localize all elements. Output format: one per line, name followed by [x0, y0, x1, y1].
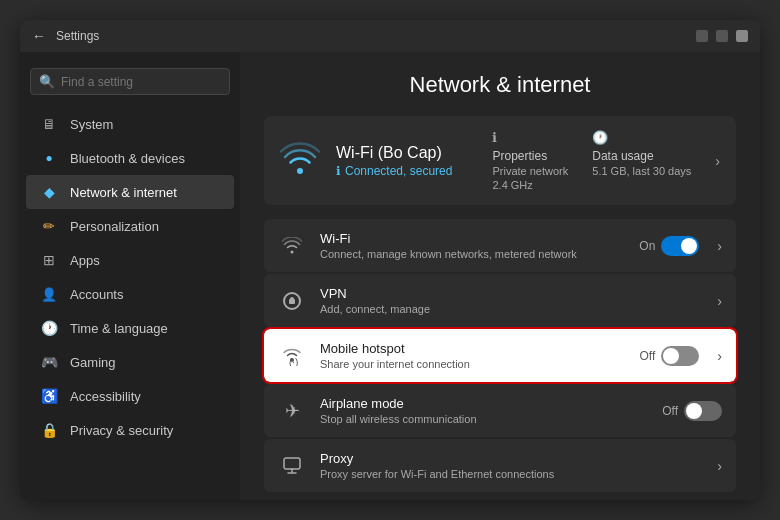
- main-area: 🔍 🖥 System ● Bluetooth & devices ◆ Netwo…: [20, 52, 760, 500]
- hero-meta: ℹ Properties Private network 2.4 GHz 🕐 D…: [492, 130, 720, 191]
- bluetooth-icon: ●: [40, 149, 58, 167]
- titlebar: ← Settings: [20, 20, 760, 52]
- meta-properties[interactable]: ℹ Properties Private network 2.4 GHz: [492, 130, 568, 191]
- back-button[interactable]: ←: [32, 28, 46, 44]
- search-icon: 🔍: [39, 74, 55, 89]
- airplane-title: Airplane mode: [320, 396, 648, 411]
- meta-data-usage[interactable]: 🕐 Data usage 5.1 GB, last 30 days: [592, 130, 691, 191]
- minimize-button[interactable]: [696, 30, 708, 42]
- svg-rect-3: [284, 458, 300, 469]
- sidebar-item-gaming[interactable]: 🎮 Gaming: [26, 345, 234, 379]
- status-info-icon: ℹ: [336, 164, 341, 178]
- sidebar-label-system: System: [70, 117, 113, 132]
- hotspot-toggle-label: Off: [640, 349, 656, 363]
- window-title: Settings: [56, 29, 99, 43]
- sidebar: 🔍 🖥 System ● Bluetooth & devices ◆ Netwo…: [20, 52, 240, 500]
- accessibility-icon: ♿: [40, 387, 58, 405]
- sidebar-item-bluetooth[interactable]: ● Bluetooth & devices: [26, 141, 234, 175]
- proxy-desc: Proxy server for Wi-Fi and Ethernet conn…: [320, 468, 699, 480]
- page-title: Network & internet: [264, 72, 736, 98]
- setting-row-vpn[interactable]: VPN Add, connect, manage ›: [264, 274, 736, 327]
- data-usage-value: 5.1 GB, last 30 days: [592, 165, 691, 177]
- hotspot-title: Mobile hotspot: [320, 341, 626, 356]
- wifi-text: Wi-Fi Connect, manage known networks, me…: [320, 231, 625, 260]
- airplane-text: Airplane mode Stop all wireless communic…: [320, 396, 648, 425]
- hotspot-text: Mobile hotspot Share your internet conne…: [320, 341, 626, 370]
- sidebar-item-accounts[interactable]: 👤 Accounts: [26, 277, 234, 311]
- vpn-text: VPN Add, connect, manage: [320, 286, 699, 315]
- airplane-desc: Stop all wireless communication: [320, 413, 648, 425]
- privacy-icon: 🔒: [40, 421, 58, 439]
- data-usage-icon: 🕐: [592, 130, 608, 145]
- sidebar-label-privacy: Privacy & security: [70, 423, 173, 438]
- svg-text:(·): (·): [289, 357, 298, 366]
- content-area: Network & internet Wi-Fi (Bo Cap) ℹ Con: [240, 52, 760, 500]
- maximize-button[interactable]: [716, 30, 728, 42]
- sidebar-label-apps: Apps: [70, 253, 100, 268]
- sidebar-item-time[interactable]: 🕐 Time & language: [26, 311, 234, 345]
- accounts-icon: 👤: [40, 285, 58, 303]
- hotspot-toggle-area[interactable]: Off: [640, 346, 700, 366]
- setting-row-hotspot[interactable]: (·) Mobile hotspot Share your internet c…: [264, 329, 736, 382]
- hotspot-toggle-thumb: [663, 348, 679, 364]
- sidebar-item-apps[interactable]: ⊞ Apps: [26, 243, 234, 277]
- proxy-icon: [278, 452, 306, 480]
- window-controls: [696, 30, 748, 42]
- hero-network-name: Wi-Fi (Bo Cap): [336, 144, 476, 162]
- sidebar-item-personalization[interactable]: ✏ Personalization: [26, 209, 234, 243]
- wifi-desc: Connect, manage known networks, metered …: [320, 248, 625, 260]
- settings-list: Wi-Fi Connect, manage known networks, me…: [264, 219, 736, 492]
- airplane-toggle-thumb: [686, 403, 702, 419]
- system-icon: 🖥: [40, 115, 58, 133]
- properties-value2: 2.4 GHz: [492, 179, 532, 191]
- vpn-chevron: ›: [717, 293, 722, 309]
- setting-row-wifi[interactable]: Wi-Fi Connect, manage known networks, me…: [264, 219, 736, 272]
- wifi-toggle[interactable]: [661, 236, 699, 256]
- time-icon: 🕐: [40, 319, 58, 337]
- settings-window: ← Settings 🔍 🖥 System ● Bluetooth & devi…: [20, 20, 760, 500]
- wifi-toggle-thumb: [681, 238, 697, 254]
- wifi-icon: [278, 232, 306, 260]
- sidebar-label-time: Time & language: [70, 321, 168, 336]
- sidebar-item-accessibility[interactable]: ♿ Accessibility: [26, 379, 234, 413]
- proxy-text: Proxy Proxy server for Wi-Fi and Etherne…: [320, 451, 699, 480]
- properties-label: Properties: [492, 149, 547, 163]
- wifi-toggle-area[interactable]: On: [639, 236, 699, 256]
- hotspot-icon: (·): [278, 342, 306, 370]
- wifi-chevron: ›: [717, 238, 722, 254]
- vpn-icon: [278, 287, 306, 315]
- vpn-desc: Add, connect, manage: [320, 303, 699, 315]
- wifi-title: Wi-Fi: [320, 231, 625, 246]
- setting-row-proxy[interactable]: Proxy Proxy server for Wi-Fi and Etherne…: [264, 439, 736, 492]
- proxy-title: Proxy: [320, 451, 699, 466]
- airplane-toggle[interactable]: [684, 401, 722, 421]
- hotspot-toggle[interactable]: [661, 346, 699, 366]
- sidebar-item-network[interactable]: ◆ Network & internet: [26, 175, 234, 209]
- hero-status: ℹ Connected, secured: [336, 164, 476, 178]
- wifi-hero-icon: [280, 140, 320, 182]
- hotspot-chevron: ›: [717, 348, 722, 364]
- sidebar-label-accessibility: Accessibility: [70, 389, 141, 404]
- proxy-chevron: ›: [717, 458, 722, 474]
- setting-row-airplane[interactable]: ✈ Airplane mode Stop all wireless commun…: [264, 384, 736, 437]
- apps-icon: ⊞: [40, 251, 58, 269]
- search-input[interactable]: [61, 75, 221, 89]
- properties-icon: ℹ: [492, 130, 497, 145]
- sidebar-item-system[interactable]: 🖥 System: [26, 107, 234, 141]
- svg-rect-0: [289, 299, 295, 304]
- network-icon: ◆: [40, 183, 58, 201]
- personalization-icon: ✏: [40, 217, 58, 235]
- airplane-toggle-area[interactable]: Off: [662, 401, 722, 421]
- sidebar-item-privacy[interactable]: 🔒 Privacy & security: [26, 413, 234, 447]
- hotspot-desc: Share your internet connection: [320, 358, 626, 370]
- sidebar-label-personalization: Personalization: [70, 219, 159, 234]
- hero-info: Wi-Fi (Bo Cap) ℹ Connected, secured: [336, 144, 476, 178]
- properties-value1: Private network: [492, 165, 568, 177]
- search-box[interactable]: 🔍: [30, 68, 230, 95]
- airplane-toggle-label: Off: [662, 404, 678, 418]
- data-usage-label: Data usage: [592, 149, 653, 163]
- close-button[interactable]: [736, 30, 748, 42]
- sidebar-label-gaming: Gaming: [70, 355, 116, 370]
- vpn-title: VPN: [320, 286, 699, 301]
- hero-card[interactable]: Wi-Fi (Bo Cap) ℹ Connected, secured ℹ Pr…: [264, 116, 736, 205]
